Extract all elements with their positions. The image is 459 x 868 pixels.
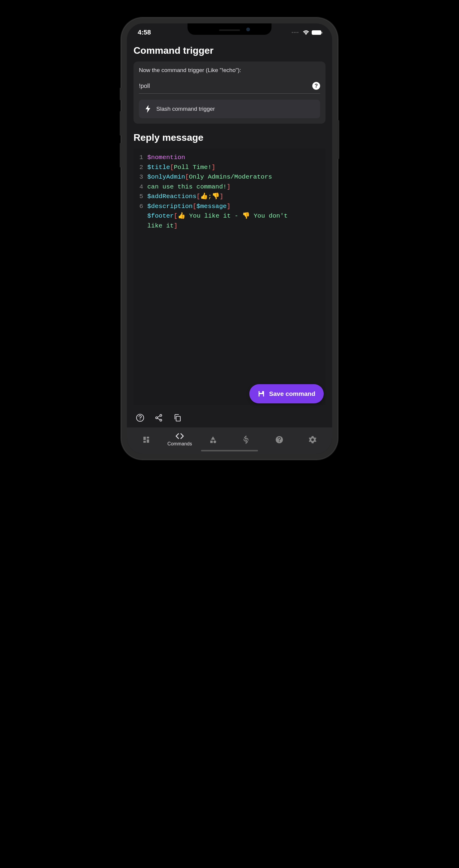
nav-shapes[interactable] [199, 435, 227, 444]
nav-dashboard[interactable] [133, 435, 160, 444]
battery-icon [312, 30, 321, 35]
help-icon[interactable]: ? [312, 82, 320, 90]
save-command-label: Save command [269, 390, 315, 397]
svg-rect-13 [143, 441, 146, 443]
svg-point-19 [279, 441, 280, 442]
svg-point-17 [213, 441, 216, 443]
svg-marker-15 [211, 436, 215, 440]
reply-message-title: Reply message [133, 132, 326, 143]
svg-rect-1 [260, 391, 262, 393]
svg-rect-14 [147, 439, 149, 443]
svg-rect-2 [260, 394, 263, 397]
svg-rect-12 [147, 437, 149, 438]
nav-commands[interactable]: Commands [166, 433, 193, 446]
wifi-icon [303, 30, 309, 35]
code-editor[interactable]: 1$nomention 2$title[Poll Time!] 3$onlyAd… [133, 149, 326, 405]
status-time: 4:58 [138, 29, 151, 36]
shapes-icon [209, 435, 217, 444]
cellular-icon: •••• [292, 30, 299, 34]
help-button[interactable] [136, 413, 144, 422]
svg-point-6 [160, 414, 162, 416]
svg-point-5 [156, 417, 158, 419]
share-button[interactable] [155, 413, 163, 422]
svg-point-4 [140, 419, 140, 420]
gear-icon [308, 435, 317, 444]
svg-rect-16 [210, 441, 213, 443]
svg-rect-10 [176, 416, 180, 421]
code-icon [175, 433, 184, 440]
trigger-input[interactable] [139, 83, 312, 89]
svg-point-7 [160, 419, 162, 421]
slash-command-button[interactable]: Slash command trigger [139, 100, 320, 118]
dashboard-icon [142, 435, 151, 444]
command-trigger-title: Command trigger [133, 45, 326, 56]
copy-button[interactable] [173, 413, 182, 422]
trigger-card: Now the command trigger (Like "!echo"): … [133, 62, 326, 124]
trigger-label: Now the command trigger (Like "!echo"): [139, 67, 320, 73]
svg-line-9 [158, 418, 160, 420]
home-indicator[interactable] [201, 450, 258, 452]
save-command-button[interactable]: Save command [249, 384, 324, 403]
lightning-icon [145, 105, 151, 113]
sync-icon [242, 435, 250, 444]
nav-help[interactable] [266, 435, 293, 444]
slash-command-label: Slash command trigger [156, 106, 215, 112]
nav-commands-label: Commands [167, 441, 192, 446]
action-toolbar [127, 410, 332, 427]
help-nav-icon [275, 435, 284, 444]
nav-settings[interactable] [299, 435, 326, 444]
nav-sync[interactable] [232, 435, 260, 444]
save-icon [258, 390, 265, 397]
svg-line-8 [158, 416, 160, 417]
svg-rect-11 [143, 437, 146, 440]
